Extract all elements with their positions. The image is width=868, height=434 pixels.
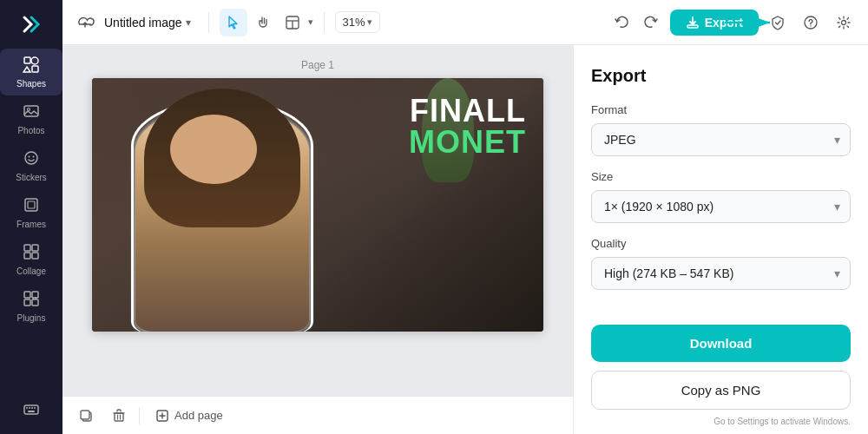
quality-label: Quality (591, 237, 851, 250)
undo-redo-group (608, 9, 665, 36)
svg-marker-2 (23, 67, 30, 72)
canvas-frame[interactable]: FINALL MONET (92, 78, 543, 332)
svg-point-1 (31, 57, 38, 64)
svg-rect-21 (24, 405, 38, 414)
svg-rect-13 (24, 253, 30, 259)
layout-chevron: ▾ (308, 16, 313, 28)
size-select[interactable]: 1× (1920 × 1080 px) 2× (3840 × 2160 px) … (591, 190, 851, 223)
help-button[interactable] (797, 9, 825, 36)
main-area: Untitled image ▾ ▾ (62, 0, 868, 434)
svg-rect-3 (32, 66, 38, 72)
sidebar-item-label-collage: Collage (16, 266, 46, 276)
size-label: Size (591, 170, 851, 183)
stickers-icon (23, 149, 40, 169)
svg-rect-17 (24, 299, 30, 306)
document-title: Untitled image (104, 16, 182, 30)
sidebar-item-label-frames: Frames (16, 220, 46, 229)
sidebar-item-label-stickers: Stickers (16, 173, 47, 182)
format-field: Format JPEG PNG PDF SVG WebP ▾ (591, 103, 851, 156)
svg-rect-11 (24, 245, 30, 251)
export-panel: Export Format JPEG PNG PDF SVG WebP ▾ Si… (573, 45, 868, 434)
bottombar-separator (139, 407, 140, 424)
frames-icon (23, 196, 40, 216)
duplicate-page-button[interactable] (73, 403, 99, 429)
person-silhouette (109, 89, 370, 332)
svg-rect-14 (32, 253, 38, 259)
export-panel-title: Export (591, 66, 851, 86)
pointer-tool-button[interactable] (220, 9, 247, 36)
topbar-divider-1 (208, 12, 209, 33)
add-page-label: Add page (174, 409, 223, 422)
delete-page-button[interactable] (106, 403, 132, 429)
svg-rect-4 (24, 106, 38, 116)
sidebar-item-label-plugins: Plugins (17, 313, 46, 323)
copy-png-button[interactable]: Copy as PNG (591, 371, 851, 410)
topbar-divider-2 (324, 12, 325, 33)
undo-button[interactable] (608, 9, 635, 36)
canvas-wrapper: Page 1 FINALL MONET (62, 45, 573, 434)
svg-rect-12 (32, 245, 38, 251)
svg-rect-18 (32, 299, 38, 306)
collage-icon (23, 243, 40, 263)
zoom-control[interactable]: 31% ▾ (335, 11, 380, 33)
title-chevron-icon: ▾ (186, 16, 191, 29)
svg-point-6 (25, 152, 37, 164)
sidebar-item-keyboard[interactable] (0, 393, 62, 427)
topbar-right: Export (608, 9, 858, 36)
sidebar-item-shapes[interactable]: Shapes (0, 49, 62, 95)
redo-button[interactable] (637, 9, 665, 36)
download-button[interactable]: Download (591, 325, 851, 362)
sidebar-item-plugins[interactable]: Plugins (0, 283, 62, 330)
svg-rect-9 (25, 199, 37, 211)
topbar: Untitled image ▾ ▾ (62, 0, 868, 45)
svg-point-34 (810, 25, 811, 26)
size-select-wrapper: 1× (1920 × 1080 px) 2× (3840 × 2160 px) … (591, 190, 851, 223)
svg-rect-10 (28, 201, 35, 208)
zoom-chevron-icon: ▾ (367, 16, 372, 28)
keyboard-icon (23, 400, 40, 420)
sidebar-bottom (0, 393, 62, 427)
format-select[interactable]: JPEG PNG PDF SVG WebP (591, 123, 851, 156)
quality-select-wrapper: High (274 KB – 547 KB) Medium (137 KB – … (591, 257, 851, 290)
format-select-wrapper: JPEG PNG PDF SVG WebP ▾ (591, 123, 851, 156)
sidebar-item-frames[interactable]: Frames (0, 189, 62, 236)
svg-point-7 (29, 156, 30, 158)
activate-windows-text: Go to Settings to activate Windows. (591, 417, 851, 426)
sidebar-item-label-shapes: Shapes (16, 79, 46, 89)
topbar-tools: ▾ (220, 9, 313, 36)
image-text-money: MONET (409, 127, 526, 158)
app-logo[interactable] (14, 7, 49, 42)
sidebar-item-collage[interactable]: Collage (0, 236, 62, 283)
save-cloud-icon[interactable] (73, 10, 97, 35)
format-label: Format (591, 103, 851, 116)
layout-tool-button[interactable] (279, 9, 306, 36)
quality-field: Quality High (274 KB – 547 KB) Medium (1… (591, 237, 851, 290)
export-arrow (725, 12, 777, 33)
bottombar: Add page (62, 396, 573, 434)
image-text-overlay: FINALL MONET (409, 95, 526, 158)
svg-rect-0 (24, 57, 30, 63)
shapes-icon (23, 56, 40, 76)
image-text-finally: FINALL (409, 95, 526, 127)
svg-rect-32 (687, 25, 698, 28)
svg-point-35 (842, 20, 846, 24)
svg-point-8 (33, 156, 35, 158)
add-page-button[interactable]: Add page (147, 405, 232, 426)
sidebar-item-label-photos: Photos (17, 126, 44, 135)
svg-rect-16 (32, 292, 38, 298)
svg-point-5 (28, 108, 30, 111)
size-field: Size 1× (1920 × 1080 px) 2× (3840 × 2160… (591, 170, 851, 223)
sidebar-item-stickers[interactable]: Stickers (0, 142, 62, 189)
photos-icon (23, 102, 40, 122)
quality-select[interactable]: High (274 KB – 547 KB) Medium (137 KB – … (591, 257, 851, 290)
plugins-icon (23, 290, 40, 310)
settings-button[interactable] (830, 9, 858, 36)
canvas-area: Page 1 FINALL MONET (62, 45, 868, 434)
sidebar-item-photos[interactable]: Photos (0, 95, 62, 142)
page-label: Page 1 (301, 59, 334, 71)
sidebar: Shapes Photos Stickers (0, 0, 62, 434)
hand-tool-button[interactable] (249, 9, 277, 36)
svg-rect-37 (81, 411, 89, 419)
document-title-area[interactable]: Untitled image ▾ (104, 16, 191, 30)
svg-rect-15 (24, 292, 30, 298)
